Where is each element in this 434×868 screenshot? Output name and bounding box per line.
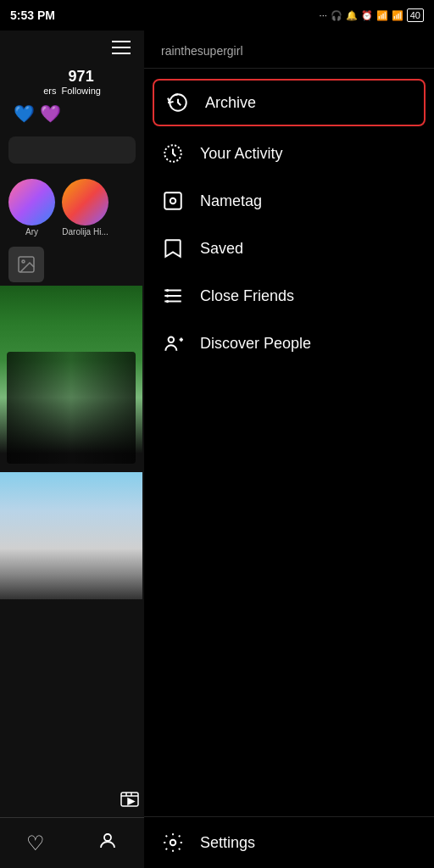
- hamburger-menu[interactable]: [112, 41, 131, 54]
- following-label: Following: [61, 86, 100, 96]
- battery-indicator: 40: [407, 8, 424, 22]
- left-panel: ers 971 Following 💙 💜 Ary Darolija Hi...: [0, 31, 144, 868]
- post-image-1[interactable]: [0, 286, 142, 472]
- svg-point-15: [166, 289, 169, 292]
- signal-icon: 📶: [376, 10, 388, 21]
- hamburger-area: [0, 31, 144, 64]
- svg-point-16: [166, 294, 169, 297]
- bell-icon: 🔔: [346, 10, 358, 21]
- discover-icon: [161, 331, 185, 355]
- close-friends-label: Close Friends: [200, 287, 294, 305]
- nametag-icon: [161, 189, 185, 213]
- followers-label: ers: [43, 86, 56, 96]
- alarm-icon: ⏰: [361, 10, 373, 21]
- story-item-2[interactable]: Darolija Hi...: [62, 179, 108, 236]
- svg-rect-10: [164, 192, 181, 209]
- menu-username: rainthesupergirl: [144, 31, 434, 69]
- svg-marker-6: [128, 798, 134, 804]
- status-time: 5:53 PM: [10, 8, 55, 22]
- archive-label: Archive: [205, 94, 256, 112]
- saved-label: Saved: [200, 240, 243, 258]
- story-name-2: Darolija Hi...: [62, 227, 108, 236]
- settings-icon: [161, 831, 185, 854]
- story-item-1[interactable]: Ary: [8, 179, 55, 236]
- hamburger-line-2: [112, 47, 131, 48]
- svg-point-11: [170, 198, 176, 204]
- photo-icon-placeholder: [8, 247, 44, 282]
- dots-icon: ···: [320, 10, 327, 20]
- headphones-icon: 🎧: [331, 10, 342, 21]
- following-stat: 971 Following: [61, 68, 100, 96]
- right-panel: rainthesupergirl Archive: [144, 31, 434, 868]
- discover-people-label: Discover People: [200, 335, 311, 353]
- close-friends-icon: [161, 284, 185, 308]
- nametag-label: Nametag: [200, 192, 262, 210]
- profile-icon[interactable]: [97, 831, 118, 855]
- activity-label: Your Activity: [200, 145, 282, 163]
- story-row: Ary Darolija Hi...: [0, 172, 144, 243]
- following-count: 971: [69, 68, 94, 86]
- status-icons: ··· 🎧 🔔 ⏰ 📶 📶 40: [320, 8, 424, 22]
- status-bar: 5:53 PM ··· 🎧 🔔 ⏰ 📶 📶 40: [0, 0, 434, 31]
- settings-area[interactable]: Settings: [144, 816, 434, 868]
- svg-point-21: [170, 840, 176, 846]
- svg-point-18: [169, 337, 175, 342]
- svg-point-7: [104, 834, 111, 841]
- story-thumb-1: [8, 179, 55, 225]
- menu-item-activity[interactable]: Your Activity: [144, 130, 434, 177]
- hamburger-line-3: [112, 53, 131, 54]
- bottom-nav-left: ♡: [0, 817, 144, 868]
- blue-heart-icon: 💙: [14, 104, 35, 123]
- menu-list: Archive Your Activity Nametag: [144, 69, 434, 816]
- story-thumb-2: [62, 179, 108, 225]
- signal2-icon: 📶: [392, 10, 403, 21]
- story-name-1: Ary: [25, 227, 38, 236]
- svg-point-1: [22, 260, 25, 263]
- hamburger-line-1: [112, 41, 131, 42]
- post-image-2[interactable]: [0, 472, 142, 599]
- saved-icon: [161, 236, 185, 260]
- purple-heart-icon: 💜: [40, 104, 61, 123]
- settings-label: Settings: [200, 834, 255, 852]
- hearts-area: 💙 💜: [0, 96, 144, 131]
- followers-stat: ers: [43, 86, 56, 96]
- svg-point-17: [166, 300, 169, 303]
- reels-icon: [120, 789, 140, 813]
- search-bar-placeholder[interactable]: [8, 136, 136, 164]
- home-heart-icon[interactable]: ♡: [26, 832, 45, 855]
- menu-item-archive[interactable]: Archive: [153, 79, 426, 126]
- menu-item-close-friends[interactable]: Close Friends: [144, 272, 434, 320]
- archive-icon: [166, 91, 190, 114]
- activity-icon: [161, 142, 185, 165]
- menu-item-nametag[interactable]: Nametag: [144, 177, 434, 225]
- menu-item-discover[interactable]: Discover People: [144, 320, 434, 367]
- menu-item-saved[interactable]: Saved: [144, 225, 434, 272]
